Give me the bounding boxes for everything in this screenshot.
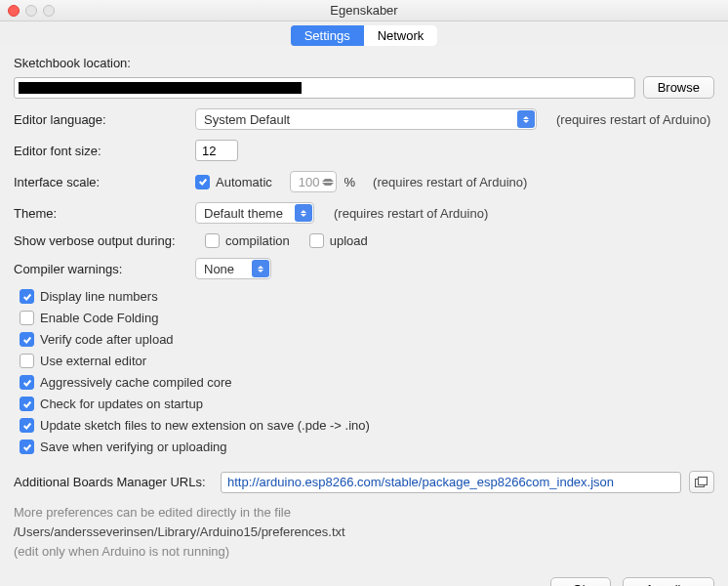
update-extension-checkbox[interactable]: Update sketch files to new extension on … [20, 418, 370, 433]
scale-percent-value: 100 [299, 175, 320, 189]
boards-urls-input[interactable] [221, 472, 681, 493]
font-size-input[interactable] [195, 140, 238, 161]
browse-button[interactable]: Browse [643, 76, 714, 99]
dropdown-arrows-icon [252, 260, 269, 277]
minimize-icon[interactable] [25, 5, 37, 17]
stepper-arrows-icon [322, 174, 334, 189]
verbose-compilation-label: compilation [225, 233, 290, 248]
tab-settings[interactable]: Settings [291, 25, 364, 46]
checkbox-icon [195, 175, 210, 189]
footer-line3: (edit only when Arduino is not running) [14, 542, 714, 562]
sketchbook-path-input[interactable] [14, 77, 635, 99]
settings-panel: Sketchbook location: Browse Editor langu… [0, 46, 728, 567]
verify-after-upload-checkbox[interactable]: Verify code after upload [20, 332, 174, 347]
checkbox-icon [20, 440, 34, 454]
interface-scale-label: Interface scale: [14, 175, 187, 189]
footer-note: More preferences can be edited directly … [14, 503, 714, 562]
dropdown-arrows-icon [295, 204, 312, 222]
editor-language-value: System Default [204, 112, 290, 127]
footer-line1: More preferences can be edited directly … [14, 503, 714, 523]
automatic-scale-label: Automatic [216, 175, 272, 189]
opt-label: Save when verifying or uploading [40, 440, 227, 454]
scale-percent-suffix: % [344, 175, 356, 189]
verbose-label: Show verbose output during: [14, 233, 197, 248]
compiler-warnings-select[interactable]: None [195, 258, 271, 279]
save-on-verify-checkbox[interactable]: Save when verifying or uploading [20, 440, 227, 454]
theme-hint: (requires restart of Arduino) [334, 206, 488, 221]
enable-code-folding-checkbox[interactable]: Enable Code Folding [20, 311, 158, 325]
verbose-compilation-checkbox[interactable]: compilation [205, 233, 290, 248]
expand-urls-button[interactable] [689, 471, 714, 493]
checkbox-icon [20, 289, 34, 304]
tab-row: Settings Network [0, 21, 728, 46]
opt-label: Aggressively cache compiled core [40, 375, 232, 390]
opt-label: Enable Code Folding [40, 311, 158, 325]
options-list: Display line numbers Enable Code Folding… [20, 289, 714, 461]
opt-label: Verify code after upload [40, 332, 174, 347]
compiler-warnings-label: Compiler warnings: [14, 262, 187, 276]
verbose-upload-checkbox[interactable]: upload [309, 233, 368, 248]
opt-label: Display line numbers [40, 289, 158, 304]
verbose-upload-label: upload [330, 233, 368, 248]
checkbox-icon [205, 233, 220, 248]
opt-label: Check for updates on startup [40, 397, 203, 411]
theme-value: Default theme [204, 206, 283, 221]
checkbox-icon [309, 233, 324, 248]
dialog-buttons: Ok Annuller [0, 567, 728, 586]
editor-language-select[interactable]: System Default [195, 108, 537, 130]
cancel-button[interactable]: Annuller [623, 577, 714, 586]
editor-language-hint: (requires restart of Arduino) [556, 112, 710, 127]
font-size-label: Editor font size: [14, 144, 187, 158]
sketchbook-path-redacted [19, 82, 302, 94]
boards-urls-label: Additional Boards Manager URLs: [14, 475, 213, 489]
opt-label: Update sketch files to new extension on … [40, 418, 370, 433]
tab-network[interactable]: Network [364, 25, 438, 46]
compiler-warnings-value: None [204, 262, 234, 276]
close-icon[interactable] [8, 5, 20, 17]
checkbox-icon [20, 332, 34, 347]
svg-rect-1 [699, 477, 708, 484]
check-updates-checkbox[interactable]: Check for updates on startup [20, 397, 203, 411]
checkbox-icon [20, 375, 34, 390]
display-line-numbers-checkbox[interactable]: Display line numbers [20, 289, 158, 304]
titlebar: Egenskaber [0, 0, 728, 21]
checkbox-icon [20, 418, 34, 433]
window-title: Egenskaber [330, 3, 397, 18]
scale-percent-stepper[interactable]: 100 [290, 171, 337, 192]
opt-label: Use external editor [40, 354, 146, 368]
dropdown-arrows-icon [517, 110, 535, 128]
theme-label: Theme: [14, 206, 187, 221]
scale-hint: (requires restart of Arduino) [373, 175, 527, 189]
checkbox-icon [20, 354, 34, 368]
theme-select[interactable]: Default theme [195, 202, 314, 224]
sketchbook-label: Sketchbook location: [14, 56, 714, 70]
automatic-scale-checkbox[interactable]: Automatic [195, 175, 272, 189]
editor-language-label: Editor language: [14, 112, 187, 127]
checkbox-icon [20, 397, 34, 411]
ok-button[interactable]: Ok [550, 577, 612, 586]
cache-core-checkbox[interactable]: Aggressively cache compiled core [20, 375, 232, 390]
window-icon [695, 477, 708, 488]
maximize-icon[interactable] [43, 5, 55, 17]
preferences-file-path[interactable]: /Users/andersseverinsen/Library/Arduino1… [14, 523, 714, 542]
window-controls [8, 5, 55, 17]
tab-segment: Settings Network [291, 25, 438, 46]
external-editor-checkbox[interactable]: Use external editor [20, 354, 146, 368]
checkbox-icon [20, 311, 34, 325]
